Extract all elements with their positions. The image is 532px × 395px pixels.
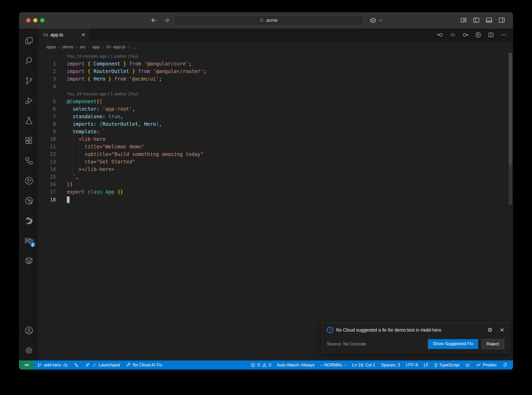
code-line[interactable]: 16}): [39, 181, 513, 188]
breadcrumb-more[interactable]: …: [132, 44, 136, 50]
blame-annotation[interactable]: You, 24 minutes ago | 1 author (You): [39, 90, 513, 98]
commit-graph-action-icon[interactable]: [475, 32, 481, 38]
auto-attach-status[interactable]: Auto Attach: Always: [274, 363, 317, 367]
notifications-bell[interactable]: [500, 363, 510, 368]
split-editor-icon[interactable]: [488, 32, 494, 38]
typescript-file-icon: TS: [106, 45, 111, 49]
toggle-sidebar-left-icon[interactable]: [473, 17, 480, 24]
chevron-down-icon: [378, 18, 383, 23]
activity-bar: N> 3: [19, 29, 39, 360]
line-number: 3: [39, 75, 56, 83]
breadcrumb-item[interactable]: app: [92, 44, 99, 50]
copilot-icon: [465, 363, 470, 368]
search-value: acme: [266, 18, 278, 23]
search-view-icon[interactable]: [19, 51, 39, 71]
notification-settings-icon[interactable]: ⚙: [488, 327, 493, 333]
nx-badge: 3: [30, 241, 36, 248]
bell-icon: [502, 363, 508, 368]
typescript-file-icon: TS: [43, 33, 48, 37]
code-line[interactable]: 10 <lib-hero: [39, 135, 513, 143]
code-editor[interactable]: You, 24 minutes ago | 1 author (You)1imp…: [39, 52, 513, 360]
indentation-status[interactable]: Spaces: 2: [378, 363, 403, 367]
blame-annotation[interactable]: You, 24 minutes ago | 1 author (You): [39, 52, 513, 60]
cursor-position-status[interactable]: Ln 18, Col 1: [349, 363, 378, 367]
command-center-search[interactable]: acme: [174, 15, 363, 25]
line-number: 9: [39, 128, 56, 135]
code-line[interactable]: 12 subtitle="Build something amazing tod…: [39, 150, 513, 158]
line-number: 15: [39, 173, 56, 181]
current-change-icon[interactable]: [450, 32, 456, 38]
language-mode-status[interactable]: {}TypeScript: [431, 363, 462, 367]
show-suggested-fix-button[interactable]: Show Suggested Fix: [428, 339, 478, 349]
toggle-sidebar-right-icon[interactable]: [498, 17, 505, 24]
code-line[interactable]: 6 selector: 'app-root',: [39, 105, 513, 113]
window-controls: [26, 18, 44, 22]
code-line[interactable]: 15 `,: [39, 173, 513, 181]
close-window-button[interactable]: [26, 18, 30, 22]
source-control-icon[interactable]: [19, 71, 39, 91]
copilot-status[interactable]: [462, 363, 473, 368]
code-line[interactable]: 9 template: `: [39, 128, 513, 135]
encoding-status[interactable]: UTF-8: [403, 363, 421, 367]
reject-button[interactable]: Reject: [481, 339, 504, 349]
container-tools-icon[interactable]: [19, 251, 39, 271]
breadcrumb-file[interactable]: app.ts: [113, 44, 125, 50]
eol-status[interactable]: LF: [421, 363, 431, 367]
code-line[interactable]: 4: [39, 83, 513, 90]
accounts-icon[interactable]: [19, 320, 39, 340]
toggle-panel-icon[interactable]: [486, 17, 493, 24]
code-line[interactable]: 11 title="Welcmoe demo": [39, 143, 513, 150]
copilot-menu[interactable]: [369, 16, 383, 24]
git-branch-status[interactable]: add-hero: [34, 363, 71, 368]
hierarchy-view-icon[interactable]: [19, 151, 39, 171]
tab-close-icon[interactable]: ✕: [81, 32, 85, 38]
code-line[interactable]: 5@Component({: [39, 98, 513, 105]
notification-close-icon[interactable]: ✕: [500, 327, 504, 333]
line-number: 8: [39, 120, 56, 128]
extensions-icon[interactable]: [19, 131, 39, 151]
code-line[interactable]: 3import { Hero } from '@acme/ui';: [39, 75, 513, 83]
previous-change-icon[interactable]: [437, 32, 443, 38]
graph-search-icon[interactable]: [19, 191, 39, 211]
nav-back-icon[interactable]: [150, 16, 158, 24]
explorer-icon[interactable]: [19, 31, 39, 51]
code-line[interactable]: 14 ></lib-hero>: [39, 166, 513, 173]
editor-scrollbar[interactable]: [508, 52, 513, 360]
nav-forward-icon[interactable]: [163, 16, 170, 24]
customize-layout-icon[interactable]: [460, 17, 467, 24]
line-number: 18: [39, 196, 56, 203]
nx-console-icon[interactable]: N> 3: [19, 231, 39, 251]
testing-icon[interactable]: [19, 111, 39, 131]
line-number: [39, 52, 56, 60]
breadcrumb-item[interactable]: demo: [62, 44, 74, 50]
code-line[interactable]: 7 standalone: true,: [39, 113, 513, 120]
breadcrumb-item[interactable]: apps: [46, 44, 56, 50]
breadcrumb-item[interactable]: src: [80, 44, 86, 50]
tab-app-ts[interactable]: TS app.ts ✕: [39, 29, 89, 41]
run-debug-icon[interactable]: [19, 91, 39, 111]
problems-status[interactable]: 0 0: [248, 363, 274, 368]
edge-tools-icon[interactable]: [19, 211, 39, 231]
nx-cloud-ai-fix-status[interactable]: Nx Cloud AI Fix: [123, 363, 165, 368]
next-change-icon[interactable]: [462, 32, 469, 38]
code-line[interactable]: 18: [39, 196, 513, 203]
minimize-window-button[interactable]: [33, 18, 37, 22]
prettier-status[interactable]: ✓✓Prettier: [473, 363, 500, 367]
code-line[interactable]: 13 cta="Get Started": [39, 158, 513, 166]
remote-indicator[interactable]: ><: [19, 360, 34, 370]
git-compare-status[interactable]: [71, 363, 82, 368]
search-icon: [260, 18, 264, 23]
commit-graph-icon[interactable]: [19, 171, 39, 191]
code-line[interactable]: 2import { RouterOutlet } from '@angular/…: [39, 68, 513, 75]
vim-mode-status[interactable]: -- NORMAL --: [317, 363, 349, 367]
code-line[interactable]: 1import { Component } from '@angular/cor…: [39, 60, 513, 68]
line-number: 14: [39, 166, 56, 173]
scrollbar-thumb[interactable]: [509, 53, 512, 164]
more-actions-icon[interactable]: [501, 32, 507, 38]
settings-gear-icon[interactable]: [19, 340, 39, 360]
launchpad-status[interactable]: Launchpad: [82, 363, 123, 368]
code-line[interactable]: 8 imports: [RouterOutlet, Hero],: [39, 120, 513, 128]
line-number: 17: [39, 188, 56, 196]
code-line[interactable]: 17export class App {}: [39, 188, 513, 196]
maximize-window-button[interactable]: [40, 18, 44, 22]
